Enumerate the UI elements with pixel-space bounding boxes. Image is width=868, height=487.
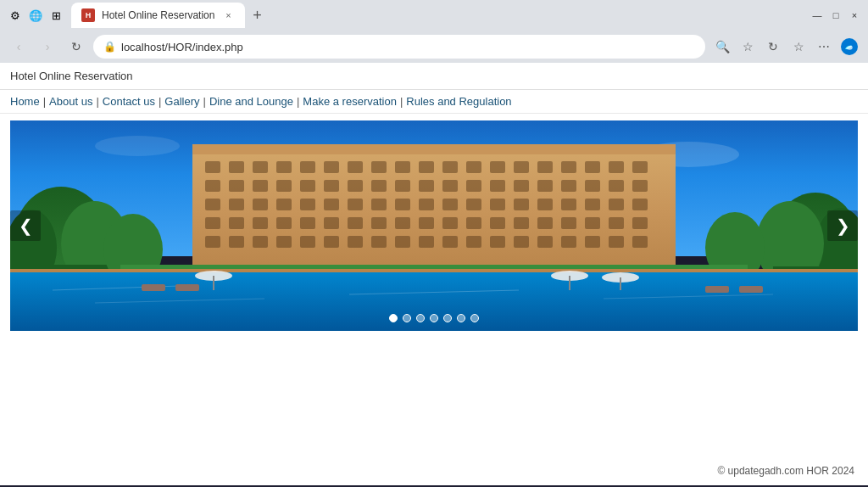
svg-rect-82 <box>419 217 434 229</box>
svg-rect-87 <box>537 217 553 229</box>
svg-rect-28 <box>490 161 505 173</box>
svg-rect-42 <box>371 180 387 192</box>
carousel-dot-7[interactable] <box>470 314 479 322</box>
carousel-dot-6[interactable] <box>457 314 465 322</box>
svg-rect-26 <box>442 161 458 173</box>
active-tab[interactable]: H Hotel Online Reservation × <box>71 3 245 28</box>
svg-rect-91 <box>632 217 648 229</box>
address-bar: ‹ › ↻ 🔒 localhost/HOR/index.php 🔍 ☆ ↻ ☆ … <box>0 31 868 63</box>
browser-action-icons: 🔍 ☆ ↻ ☆ ⋯ <box>710 35 861 59</box>
svg-rect-67 <box>514 199 529 210</box>
hero-carousel: ❮ ❯ <box>10 120 858 331</box>
browser-grid-icon[interactable]: ⊞ <box>47 7 64 24</box>
svg-rect-31 <box>561 161 576 173</box>
title-bar: ⚙ 🌐 ⊞ H Hotel Online Reservation × + — □… <box>0 0 868 31</box>
svg-rect-20 <box>300 161 315 173</box>
svg-rect-50 <box>561 180 576 192</box>
page-header-title: Hotel Online Reservation <box>10 70 133 82</box>
maximize-button[interactable]: □ <box>829 8 843 22</box>
svg-rect-35 <box>205 180 220 192</box>
svg-rect-74 <box>229 217 244 229</box>
nav-link-rules[interactable]: Rules and Regulation <box>406 95 511 108</box>
svg-rect-73 <box>205 217 220 229</box>
browser-world-icon[interactable]: 🌐 <box>27 7 44 24</box>
svg-rect-62 <box>395 199 410 210</box>
svg-rect-39 <box>300 180 315 192</box>
star2-button[interactable]: ☆ <box>787 35 810 59</box>
svg-rect-58 <box>300 199 315 210</box>
nav-sep-5: | <box>297 95 299 108</box>
carousel-dot-1[interactable] <box>389 314 398 322</box>
main-content-area <box>0 338 868 456</box>
search-button[interactable]: 🔍 <box>710 35 734 59</box>
svg-rect-105 <box>514 236 529 248</box>
svg-rect-55 <box>229 199 244 210</box>
svg-rect-86 <box>514 217 529 229</box>
svg-rect-85 <box>490 217 505 229</box>
edge-logo <box>837 35 861 59</box>
svg-rect-95 <box>276 236 292 248</box>
svg-rect-61 <box>371 199 387 210</box>
carousel-image <box>10 120 858 331</box>
nav-link-gallery[interactable]: Gallery <box>164 95 199 108</box>
svg-rect-15 <box>192 144 676 154</box>
svg-rect-60 <box>348 199 363 210</box>
svg-rect-107 <box>561 236 576 248</box>
svg-rect-93 <box>229 236 244 248</box>
svg-rect-75 <box>253 217 268 229</box>
nav-sep-6: | <box>400 95 403 108</box>
svg-rect-33 <box>609 161 624 173</box>
nav-sep-1: | <box>43 95 46 108</box>
svg-rect-59 <box>324 199 339 210</box>
svg-rect-76 <box>276 217 292 229</box>
svg-rect-47 <box>490 180 505 192</box>
svg-rect-48 <box>514 180 529 192</box>
svg-rect-21 <box>324 161 339 173</box>
svg-rect-45 <box>442 180 458 192</box>
forward-button[interactable]: › <box>36 35 59 59</box>
nav-link-reservation[interactable]: Make a reservation <box>303 95 397 108</box>
svg-rect-78 <box>324 217 339 229</box>
carousel-dot-3[interactable] <box>416 314 425 322</box>
svg-rect-66 <box>490 199 505 210</box>
nav-sep-3: | <box>159 95 161 108</box>
ellipsis-button[interactable]: ⋯ <box>812 35 836 59</box>
svg-rect-119 <box>175 284 199 291</box>
reload-button[interactable]: ↻ <box>64 35 88 59</box>
footer-text: © updategadh.com HOR 2024 <box>717 465 854 477</box>
nav-link-dine[interactable]: Dine and Lounge <box>209 95 293 108</box>
svg-rect-56 <box>253 199 268 210</box>
svg-rect-43 <box>395 180 410 192</box>
carousel-dot-2[interactable] <box>403 314 411 322</box>
svg-rect-49 <box>537 180 553 192</box>
carousel-dot-4[interactable] <box>430 314 438 322</box>
star-button[interactable]: ☆ <box>736 35 760 59</box>
browser-menu-icon[interactable]: ⚙ <box>7 7 24 24</box>
svg-rect-25 <box>419 161 434 173</box>
new-tab-button[interactable]: + <box>245 3 269 27</box>
svg-rect-92 <box>205 236 220 248</box>
svg-rect-24 <box>395 161 410 173</box>
carousel-dot-5[interactable] <box>443 314 452 322</box>
nav-link-contact[interactable]: Contact us <box>103 95 155 108</box>
refresh-icon[interactable]: ↻ <box>761 35 785 59</box>
minimize-button[interactable]: — <box>810 8 824 22</box>
svg-rect-27 <box>466 161 481 173</box>
nav-link-about[interactable]: About us <box>49 95 92 108</box>
tab-close-button[interactable]: × <box>221 8 235 22</box>
svg-rect-79 <box>348 217 363 229</box>
nav-link-home[interactable]: Home <box>10 95 40 108</box>
page-header: Hotel Online Reservation <box>0 63 868 90</box>
svg-rect-98 <box>348 236 363 248</box>
svg-rect-51 <box>585 180 600 192</box>
svg-rect-44 <box>419 180 434 192</box>
close-window-button[interactable]: × <box>848 8 861 22</box>
carousel-prev-button[interactable]: ❮ <box>10 210 41 241</box>
back-button[interactable]: ‹ <box>7 35 31 59</box>
svg-rect-57 <box>276 199 292 210</box>
address-input[interactable]: 🔒 localhost/HOR/index.php <box>93 35 705 59</box>
svg-rect-52 <box>609 180 624 192</box>
footer: © updategadh.com HOR 2024 <box>0 456 868 485</box>
svg-rect-113 <box>10 269 858 272</box>
carousel-next-button[interactable]: ❯ <box>827 210 858 241</box>
